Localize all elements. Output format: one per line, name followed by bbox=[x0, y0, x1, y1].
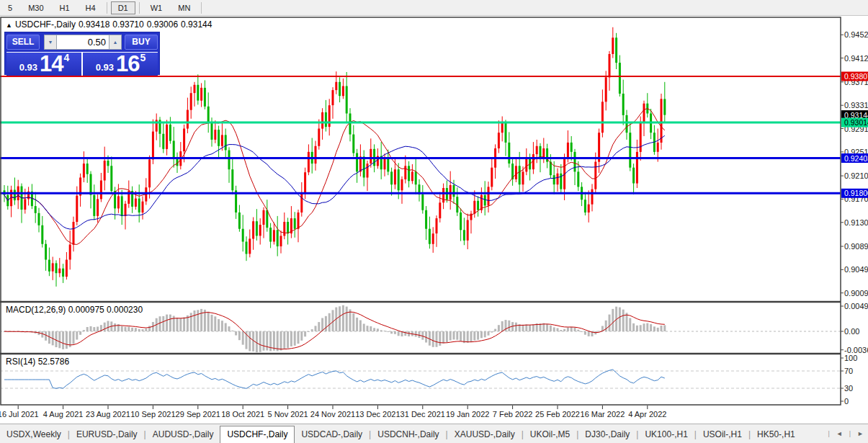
collapse-triangle-icon[interactable]: ▲ bbox=[6, 22, 12, 29]
tab-scroll-arrows: |◄|► bbox=[826, 424, 868, 443]
timeframe-button-m30[interactable]: M30 bbox=[21, 1, 50, 14]
tab-usdx-weekly[interactable]: USDX,Weekly bbox=[0, 426, 68, 443]
timeframe-button-d1[interactable]: D1 bbox=[111, 1, 135, 14]
svg-text:0.93807: 0.93807 bbox=[844, 72, 868, 81]
svg-text:19 Jan 2022: 19 Jan 2022 bbox=[446, 410, 490, 419]
tab-separator: | bbox=[847, 430, 853, 437]
svg-text:31 Dec 2021: 31 Dec 2021 bbox=[401, 410, 445, 419]
tab-usdcnh-daily[interactable]: USDCNH-,Daily bbox=[371, 426, 445, 443]
svg-text:0.94120: 0.94120 bbox=[844, 54, 868, 63]
svg-text:0.92403: 0.92403 bbox=[844, 154, 868, 163]
buy-price-sup: 5 bbox=[140, 52, 146, 63]
svg-text:16 Jul 2021: 16 Jul 2021 bbox=[0, 410, 39, 419]
svg-text:0.004913: 0.004913 bbox=[844, 302, 868, 310]
tab-usdchf-daily[interactable]: USDCHF-,Daily bbox=[220, 426, 295, 443]
chart-symbol-label: USDCHF-,Daily bbox=[15, 19, 76, 30]
tab-ukoil-m5[interactable]: UKOil-,M5 bbox=[524, 426, 576, 443]
sell-button[interactable]: SELL bbox=[6, 35, 40, 50]
sell-price-big: 14 bbox=[40, 51, 63, 77]
toolbar-separator bbox=[139, 2, 140, 14]
svg-text:0.90890: 0.90890 bbox=[844, 242, 868, 251]
svg-text:0.90090: 0.90090 bbox=[844, 289, 868, 297]
svg-text:13 Dec 2021: 13 Dec 2021 bbox=[355, 410, 400, 419]
ohlc-high: 0.93710 bbox=[112, 19, 143, 30]
svg-text:0.94520: 0.94520 bbox=[844, 30, 868, 39]
timeframe-button-h1[interactable]: H1 bbox=[53, 1, 77, 14]
tab-dj30-daily[interactable]: DJ30-,Daily bbox=[578, 426, 636, 443]
svg-text:0.93310: 0.93310 bbox=[844, 101, 868, 109]
svg-text:10 Sep 2021: 10 Sep 2021 bbox=[130, 410, 175, 419]
svg-text:4 Aug 2021: 4 Aug 2021 bbox=[43, 410, 84, 419]
svg-text:MACD(12,26,9) 0.000975 0.00023: MACD(12,26,9) 0.000975 0.000230 bbox=[6, 305, 143, 315]
sell-price-display[interactable]: 0.93 14 4 bbox=[6, 53, 81, 76]
chart-window: 0.945200.941200.937100.933100.929100.925… bbox=[0, 16, 868, 424]
svg-text:29 Sep 2021: 29 Sep 2021 bbox=[176, 410, 220, 419]
svg-text:0.91800: 0.91800 bbox=[844, 189, 868, 197]
svg-text:RSI(14) 52.5786: RSI(14) 52.5786 bbox=[6, 357, 69, 367]
svg-text:7 Feb 2022: 7 Feb 2022 bbox=[493, 410, 533, 419]
tab-scroll-right-icon[interactable]: ► bbox=[853, 427, 868, 440]
timeframe-button-mn[interactable]: MN bbox=[171, 1, 197, 14]
toolbar-separator bbox=[201, 2, 202, 14]
svg-text:-0.00361: -0.00361 bbox=[844, 346, 868, 354]
tab-uk100-h1[interactable]: UK100-,H1 bbox=[638, 426, 694, 443]
timeframe-button-5[interactable]: 5 bbox=[1, 1, 19, 14]
sell-price-small: 0.93 bbox=[19, 62, 37, 73]
volume-increase-button[interactable]: ▲ bbox=[109, 35, 122, 50]
svg-text:0: 0 bbox=[844, 397, 849, 406]
tab-scroll-left-icon[interactable]: ◄ bbox=[832, 427, 847, 440]
one-click-trading-panel: SELL ▼ ▲ BUY 0.93 14 4 0.93 16 5 bbox=[4, 32, 160, 75]
tab-audusd-daily[interactable]: AUDUSD-,Daily bbox=[146, 426, 220, 443]
volume-decrease-button[interactable]: ▼ bbox=[44, 35, 57, 50]
volume-input[interactable] bbox=[57, 35, 109, 50]
ohlc-open: 0.93418 bbox=[79, 19, 109, 30]
svg-text:0.91300: 0.91300 bbox=[844, 218, 868, 227]
tab-usdcad-daily[interactable]: USDCAD-,Daily bbox=[295, 426, 369, 443]
tab-separator: | bbox=[826, 430, 831, 437]
tab-xauusd-daily[interactable]: XAUUSD-,Daily bbox=[448, 426, 522, 443]
tab-usoil-h1[interactable]: USOil-,H1 bbox=[697, 426, 748, 443]
svg-text:24 Nov 2021: 24 Nov 2021 bbox=[310, 410, 355, 419]
tab-eurusd-daily[interactable]: EURUSD-,Daily bbox=[70, 426, 144, 443]
svg-text:4 Apr 2022: 4 Apr 2022 bbox=[628, 410, 666, 419]
buy-price-big: 16 bbox=[116, 51, 139, 77]
svg-text:30: 30 bbox=[844, 384, 853, 393]
sell-price-sup: 4 bbox=[64, 52, 70, 63]
svg-text:25 Feb 2022: 25 Feb 2022 bbox=[535, 410, 580, 419]
timeframe-toolbar: 5M30H1H4D1W1MN bbox=[0, 0, 868, 16]
buy-button[interactable]: BUY bbox=[125, 35, 158, 50]
tab-hk50-h1[interactable]: HK50-,H1 bbox=[751, 426, 802, 443]
svg-text:5 Nov 2021: 5 Nov 2021 bbox=[267, 410, 308, 419]
buy-price-small: 0.93 bbox=[96, 62, 114, 73]
svg-text:100: 100 bbox=[844, 354, 857, 362]
timeframe-button-h4[interactable]: H4 bbox=[79, 1, 103, 14]
chart-ohlc-header: ▲USDCHF-,Daily0.934180.937100.930060.931… bbox=[6, 19, 215, 30]
svg-text:18 Oct 2021: 18 Oct 2021 bbox=[221, 410, 264, 419]
toolbar-separator bbox=[107, 2, 107, 14]
ohlc-low: 0.93006 bbox=[147, 19, 178, 30]
svg-text:16 Mar 2022: 16 Mar 2022 bbox=[581, 410, 625, 419]
svg-text:0.93014: 0.93014 bbox=[844, 118, 868, 127]
svg-text:0.00: 0.00 bbox=[844, 327, 859, 336]
timeframe-button-w1[interactable]: W1 bbox=[143, 1, 170, 14]
symbol-tab-bar: USDX,Weekly|EURUSD-,Daily|AUDUSD-,DailyU… bbox=[0, 424, 868, 443]
svg-text:0.92100: 0.92100 bbox=[844, 171, 868, 180]
svg-text:0.90490: 0.90490 bbox=[844, 265, 868, 274]
ohlc-close: 0.93144 bbox=[181, 19, 212, 30]
svg-text:23 Aug 2021: 23 Aug 2021 bbox=[86, 410, 130, 419]
buy-price-display[interactable]: 0.93 16 5 bbox=[83, 53, 158, 76]
svg-text:70: 70 bbox=[844, 367, 853, 375]
volume-stepper: ▼ ▲ bbox=[44, 35, 122, 50]
